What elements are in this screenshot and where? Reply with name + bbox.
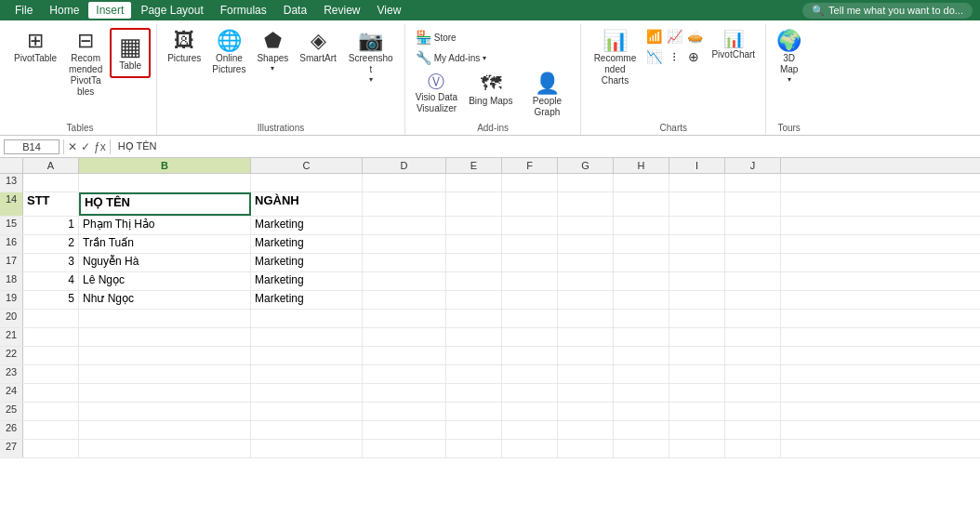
cell-g14[interactable]: [558, 192, 614, 216]
cell-h19[interactable]: [614, 291, 669, 309]
cell-i27[interactable]: [669, 440, 725, 457]
formula-input[interactable]: HỌ TÊN: [114, 140, 976, 152]
cell-c16[interactable]: Marketing: [251, 235, 363, 253]
col-header-e[interactable]: E: [446, 158, 502, 173]
cell-h27[interactable]: [614, 440, 669, 457]
cell-b23[interactable]: [79, 365, 251, 383]
cell-g21[interactable]: [558, 328, 614, 346]
cell-f25[interactable]: [502, 403, 558, 420]
cell-a23[interactable]: [23, 365, 79, 383]
row-header-18[interactable]: 18: [0, 272, 23, 290]
cell-j15[interactable]: [725, 217, 781, 234]
cell-b17[interactable]: Nguyễn Hà: [79, 254, 251, 271]
menu-view[interactable]: View: [370, 2, 409, 19]
cell-g16[interactable]: [558, 235, 614, 253]
cell-e13[interactable]: [446, 174, 502, 192]
cell-c26[interactable]: [251, 421, 363, 439]
row-header-25[interactable]: 25: [0, 403, 23, 420]
cell-i20[interactable]: [669, 310, 725, 327]
cell-d25[interactable]: [363, 403, 446, 420]
row-header-21[interactable]: 21: [0, 328, 23, 346]
col-header-g[interactable]: G: [558, 158, 614, 173]
cell-e17[interactable]: [446, 254, 502, 271]
cell-j21[interactable]: [725, 328, 781, 346]
cell-c20[interactable]: [251, 310, 363, 327]
row-header-26[interactable]: 26: [0, 421, 23, 439]
row-header-22[interactable]: 22: [0, 347, 23, 364]
cell-d14[interactable]: [363, 192, 446, 216]
cell-h16[interactable]: [614, 235, 669, 253]
cell-i18[interactable]: [669, 272, 725, 290]
col-header-c[interactable]: C: [251, 158, 363, 173]
cell-d21[interactable]: [363, 328, 446, 346]
cell-j27[interactable]: [725, 440, 781, 457]
cell-a18[interactable]: 4: [23, 272, 79, 290]
cell-a15[interactable]: 1: [23, 217, 79, 234]
cell-d23[interactable]: [363, 365, 446, 383]
area-chart-button[interactable]: 📉: [644, 48, 664, 67]
cell-c18[interactable]: Marketing: [251, 272, 363, 290]
cell-f26[interactable]: [502, 421, 558, 439]
cell-e16[interactable]: [446, 235, 502, 253]
cell-h20[interactable]: [614, 310, 669, 327]
cell-f21[interactable]: [502, 328, 558, 346]
cell-j20[interactable]: [725, 310, 781, 327]
cancel-formula-icon[interactable]: ✕: [68, 140, 77, 153]
cell-i22[interactable]: [669, 347, 725, 364]
cell-e25[interactable]: [446, 403, 502, 420]
cell-c19[interactable]: Marketing: [251, 291, 363, 309]
row-header-19[interactable]: 19: [0, 291, 23, 309]
cell-b13[interactable]: [79, 174, 251, 192]
cell-i15[interactable]: [669, 217, 725, 234]
cell-i13[interactable]: [669, 174, 725, 192]
cell-e23[interactable]: [446, 365, 502, 383]
cell-i24[interactable]: [669, 384, 725, 402]
cell-d17[interactable]: [363, 254, 446, 271]
cell-d22[interactable]: [363, 347, 446, 364]
cell-g20[interactable]: [558, 310, 614, 327]
cell-i25[interactable]: [669, 403, 725, 420]
pivot-table-button[interactable]: ⊞ PivotTable: [9, 28, 61, 67]
cell-i16[interactable]: [669, 235, 725, 253]
cell-c22[interactable]: [251, 347, 363, 364]
cell-j14[interactable]: [725, 192, 781, 216]
cell-a19[interactable]: 5: [23, 291, 79, 309]
cell-d26[interactable]: [363, 421, 446, 439]
smartart-button[interactable]: ◈ SmartArt: [295, 28, 340, 67]
cell-h23[interactable]: [614, 365, 669, 383]
cell-g23[interactable]: [558, 365, 614, 383]
cell-b16[interactable]: Trần Tuấn: [79, 235, 251, 253]
cell-a22[interactable]: [23, 347, 79, 364]
row-header-16[interactable]: 16: [0, 235, 23, 253]
col-header-j[interactable]: J: [725, 158, 781, 173]
store-button[interactable]: 🏪 Store: [411, 28, 461, 46]
cell-a17[interactable]: 3: [23, 254, 79, 271]
cell-c13[interactable]: [251, 174, 363, 192]
cell-e19[interactable]: [446, 291, 502, 309]
cell-j22[interactable]: [725, 347, 781, 364]
cell-a27[interactable]: [23, 440, 79, 457]
col-header-d[interactable]: D: [363, 158, 446, 173]
cell-a13[interactable]: [23, 174, 79, 192]
col-header-f[interactable]: F: [502, 158, 558, 173]
cell-e14[interactable]: [446, 192, 502, 216]
cell-h13[interactable]: [614, 174, 669, 192]
cell-g17[interactable]: [558, 254, 614, 271]
cell-j13[interactable]: [725, 174, 781, 192]
cell-e22[interactable]: [446, 347, 502, 364]
cell-d18[interactable]: [363, 272, 446, 290]
line-chart-button[interactable]: 📈: [665, 28, 684, 46]
3d-map-button[interactable]: 🌍 3DMap ▾: [772, 28, 806, 87]
cell-i17[interactable]: [669, 254, 725, 271]
cell-d27[interactable]: [363, 440, 446, 457]
row-header-23[interactable]: 23: [0, 365, 23, 383]
cell-h25[interactable]: [614, 403, 669, 420]
visio-button[interactable]: Ⓥ Visio DataVisualizer: [411, 71, 462, 121]
cell-a14[interactable]: STT: [23, 192, 79, 216]
cell-e26[interactable]: [446, 421, 502, 439]
cell-b20[interactable]: [79, 310, 251, 327]
cell-j25[interactable]: [725, 403, 781, 420]
cell-d15[interactable]: [363, 217, 446, 234]
cell-f15[interactable]: [502, 217, 558, 234]
name-box[interactable]: B14: [4, 139, 60, 154]
